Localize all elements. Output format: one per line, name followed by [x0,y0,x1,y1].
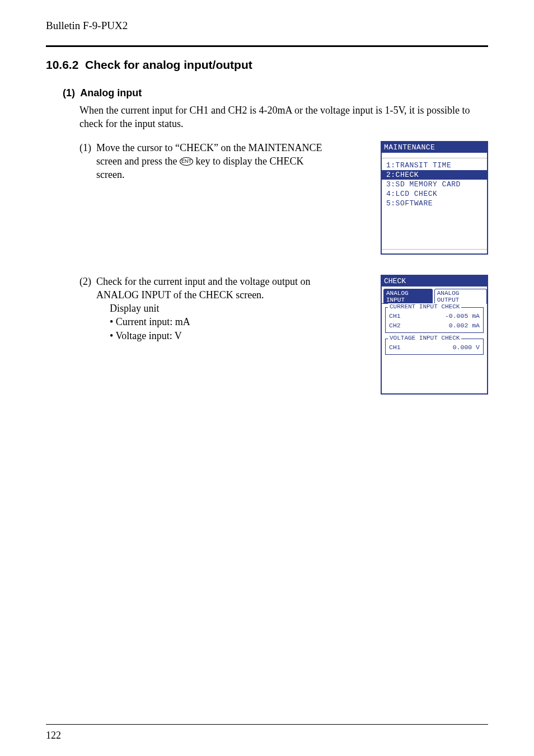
step-2-number: (2) [79,275,96,288]
current-ch1-value: -0.005 mA [445,311,480,321]
step-1-line-b-post: key to display the CHECK [193,156,303,167]
lcd2-body: CURRENT INPUT CHECK CH1 -0.005 mA CH2 0.… [382,304,487,393]
divider-top [46,45,488,47]
lcd1-item-1-selected: 2:CHECK [382,170,487,180]
lcd1-spacer [382,153,487,158]
intro-text: When the current input for CH1 and CH2 i… [79,104,488,131]
current-ch1-label: CH1 [389,311,401,321]
subsection-title: Analog input [80,87,142,98]
lcd1-item-2: 3:SD MEMORY CARD [382,180,487,189]
step-1: (1)Move the cursor to “CHECK” on the MAI… [79,141,488,255]
current-input-legend: CURRENT INPUT CHECK [388,303,461,310]
lcd1-footer [382,249,487,253]
step-2-line-b: ANALOG INPUT of the CHECK screen. [96,288,369,302]
divider-bottom [46,724,488,725]
voltage-ch1-label: CH1 [389,342,401,352]
section-number: 10.6.2 [46,58,78,71]
bulletin-header: Bulletin F-9-PUX2 [46,20,488,32]
tab-analog-input: ANALOG INPUT [383,289,433,304]
step-1-text: (1)Move the cursor to “CHECK” on the MAI… [79,141,381,182]
current-row-ch1: CH1 -0.005 mA [389,311,480,321]
voltage-input-legend: VOLTAGE INPUT CHECK [388,335,461,341]
voltage-ch1-value: 0.000 V [453,342,480,352]
section-title: Check for analog input/output [85,58,252,71]
subsection-heading: (1) Analog input [63,87,488,99]
step-2-bullet-2: • Voltage input: V [110,329,369,342]
lcd1-item-0: 1:TRANSIT TIME [382,161,487,170]
lcd1-body: 1:TRANSIT TIME 2:CHECK 3:SD MEMORY CARD … [382,159,487,249]
step-2-text: (2)Check for the current input and the v… [79,275,381,342]
step-2-display-unit: Display unit [110,302,369,315]
step-2-bullet-1: • Current input: mA [110,315,369,328]
voltage-input-check-group: VOLTAGE INPUT CHECK CH1 0.000 V [385,339,484,355]
page-number: 122 [46,730,61,741]
step-1-line-b-pre: screen and press the [96,156,180,167]
current-ch2-label: CH2 [389,321,401,330]
current-input-check-group: CURRENT INPUT CHECK CH1 -0.005 mA CH2 0.… [385,307,484,334]
tab-analog-output: ANALOG OUTPUT [434,289,487,304]
lcd2-title: CHECK [382,276,487,287]
lcd-maintenance-screen: MAINTENANCE 1:TRANSIT TIME 2:CHECK 3:SD … [381,141,488,255]
step-2-line-a: Check for the current input and the volt… [96,276,310,287]
current-ch2-value: 0.002 mA [449,321,480,330]
step-1-line-c: screen. [96,168,369,181]
lcd-check-screen: CHECK ANALOG INPUT ANALOG OUTPUT CURRENT… [381,275,488,395]
step-1-number: (1) [79,141,96,154]
lcd1-item-3: 4:LCD CHECK [382,189,487,199]
lcd1-title: MAINTENANCE [382,142,487,153]
section-heading: 10.6.2 Check for analog input/output [46,58,488,72]
current-row-ch2: CH2 0.002 mA [389,321,480,330]
subsection-number: (1) [63,87,75,98]
step-2: (2)Check for the current input and the v… [79,275,488,395]
step-1-line-a: Move the cursor to “CHECK” on the MAINTE… [96,142,322,153]
lcd1-item-4: 5:SOFTWARE [382,199,487,208]
voltage-row-ch1: CH1 0.000 V [389,342,480,352]
lcd2-tabs: ANALOG INPUT ANALOG OUTPUT [382,287,487,304]
ent-key-icon: ENT [180,157,193,166]
